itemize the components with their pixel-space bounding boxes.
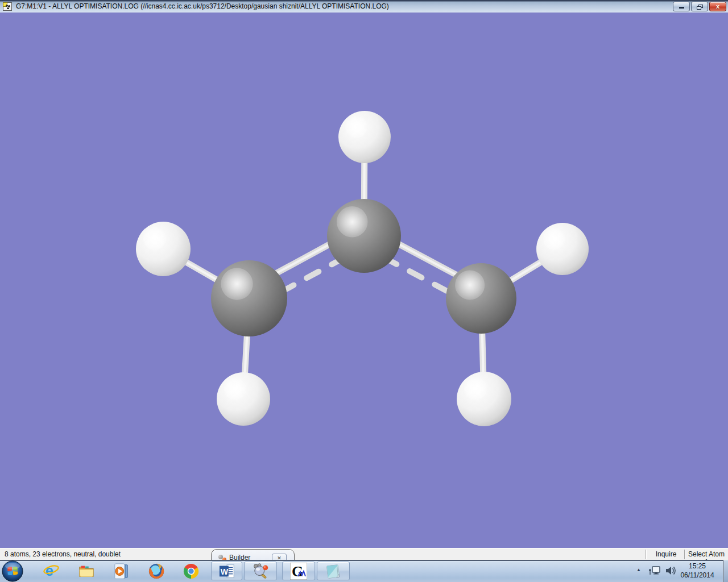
windows-logo-icon xyxy=(2,560,23,582)
firefox-icon xyxy=(148,563,165,580)
close-icon: x xyxy=(710,3,726,10)
word-icon: W xyxy=(218,563,235,580)
svg-text:W: W xyxy=(220,567,228,576)
molecule-viewport[interactable] xyxy=(0,13,728,548)
gaussview-icon xyxy=(252,563,269,580)
hydrogen-atom[interactable] xyxy=(217,372,270,426)
tray-date: 06/11/2014 xyxy=(676,571,719,580)
gaussian-icon: G xyxy=(290,563,307,580)
hydrogen-atom[interactable] xyxy=(457,372,511,426)
status-bar: 8 atoms, 23 electrons, neutral, doublet … xyxy=(0,548,728,560)
volume-icon[interactable] xyxy=(664,565,677,576)
status-divider xyxy=(646,550,646,559)
hydrogen-atom[interactable] xyxy=(136,222,191,276)
tray-time: 15:25 xyxy=(676,562,719,571)
status-divider xyxy=(684,550,685,559)
network-icon[interactable] xyxy=(648,565,661,576)
folder-icon xyxy=(78,563,95,580)
internet-explorer-icon: e xyxy=(43,563,60,580)
chrome-icon xyxy=(183,563,200,580)
tray-clock[interactable]: 15:25 06/11/2014 xyxy=(676,562,719,580)
restore-button[interactable] xyxy=(691,2,708,11)
allyl-molecule-model[interactable] xyxy=(0,13,728,548)
window-controls: x xyxy=(673,2,726,11)
show-desktop-button[interactable] xyxy=(723,560,728,582)
hydrogen-atom[interactable] xyxy=(338,111,391,163)
taskbar-gaussian-button[interactable]: G xyxy=(282,562,315,580)
svg-text:G: G xyxy=(292,563,303,580)
restore-icon xyxy=(697,5,704,10)
notepad-icon xyxy=(325,563,342,580)
window-title: G7:M1:V1 - ALLYL OPTIMISATION.LOG (//icn… xyxy=(16,2,389,10)
carbon-atom[interactable] xyxy=(211,260,287,336)
taskbar-firefox[interactable] xyxy=(147,562,166,581)
taskbar-media-player[interactable] xyxy=(112,562,131,581)
taskbar-journal-button[interactable] xyxy=(317,562,350,580)
start-button[interactable] xyxy=(2,560,23,582)
media-player-icon xyxy=(113,563,130,580)
taskbar-gaussview-button[interactable] xyxy=(244,562,277,580)
carbon-atom[interactable] xyxy=(446,263,516,334)
taskbar-word-button[interactable]: W xyxy=(211,562,242,580)
status-mode: Inquire xyxy=(649,550,683,558)
desktop: G7:M1:V1 - ALLYL OPTIMISATION.LOG (//icn… xyxy=(0,0,728,582)
hidden-icons-arrow[interactable]: ▲ xyxy=(635,567,643,574)
taskbar: e xyxy=(0,560,728,582)
taskbar-windows-explorer[interactable] xyxy=(77,562,96,581)
minimize-icon xyxy=(679,7,684,9)
carbon-atom[interactable] xyxy=(327,199,401,273)
hydrogen-atom[interactable] xyxy=(536,223,589,275)
minimize-button[interactable] xyxy=(673,2,690,11)
molecule-summary: 8 atoms, 23 electrons, neutral, doublet xyxy=(5,550,121,558)
taskbar-internet-explorer[interactable]: e xyxy=(42,562,61,581)
close-button[interactable]: x xyxy=(709,2,726,11)
gaussview-document-icon xyxy=(3,2,12,11)
window-titlebar[interactable]: G7:M1:V1 - ALLYL OPTIMISATION.LOG (//icn… xyxy=(0,0,728,13)
svg-text:e: e xyxy=(46,563,53,579)
taskbar-chrome[interactable] xyxy=(181,562,201,581)
